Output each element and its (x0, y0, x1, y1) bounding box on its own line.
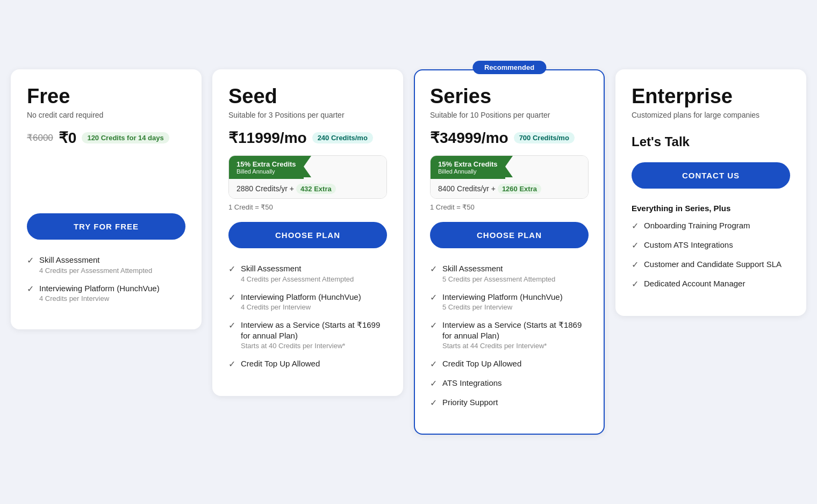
feature-item-series-3: ✓ Credit Top Up Allowed (430, 358, 589, 369)
cta-button-series[interactable]: CHOOSE PLAN (430, 222, 589, 248)
plan-subtitle-free: No credit card required (27, 111, 185, 119)
features-label-enterprise: Everything in Series, Plus (632, 204, 790, 213)
plan-card-series: RecommendedSeriesSuitable for 10 Positio… (414, 69, 605, 435)
feature-item-series-0: ✓ Skill Assessment 5 Credits per Assessm… (430, 263, 589, 283)
feature-sub-seed-2: Starts at 40 Credits per Interview* (241, 342, 387, 350)
feature-text-enterprise-3: Dedicated Account Manager (644, 278, 745, 289)
feature-item-seed-3: ✓ Credit Top Up Allowed (228, 358, 387, 369)
feature-text-series-3: Credit Top Up Allowed (442, 358, 521, 369)
feature-item-enterprise-0: ✓ Onboarding Training Program (632, 220, 790, 231)
plan-card-seed: SeedSuitable for 3 Positions per quarter… (212, 69, 403, 397)
credits-badge-series: 700 Credits/mo (514, 132, 575, 143)
feature-sub-series-1: 5 Credits per Interview (442, 303, 563, 311)
annual-box-series: 15% Extra Credits Billed Annually 8400 C… (430, 155, 589, 199)
credits-badge-free: 120 Credits for 14 days (82, 132, 169, 143)
feature-text-seed-3: Credit Top Up Allowed (241, 358, 320, 369)
pricing-grid: FreeNo credit card required₹6000₹0120 Cr… (11, 69, 806, 435)
annual-box-seed: 15% Extra Credits Billed Annually 2880 C… (228, 155, 387, 199)
check-icon-free-1: ✓ (27, 284, 34, 294)
feature-text-seed-1: Interviewing Platform (HunchVue) (241, 292, 361, 303)
feature-text-seed-0: Skill Assessment (241, 263, 354, 274)
feature-text-series-5: Priority Support (442, 397, 498, 408)
feature-text-series-4: ATS Integrations (442, 378, 502, 388)
feature-item-enterprise-2: ✓ Customer and Candidate Support SLA (632, 259, 790, 270)
plan-card-free: FreeNo credit card required₹6000₹0120 Cr… (11, 69, 202, 330)
feature-text-enterprise-1: Custom ATS Integrations (644, 240, 733, 250)
feature-text-free-1: Interviewing Platform (HunchVue) (39, 283, 160, 294)
feature-item-free-1: ✓ Interviewing Platform (HunchVue) 4 Cre… (27, 283, 185, 303)
feature-text-series-0: Skill Assessment (442, 263, 555, 274)
price-original-free: ₹6000 (27, 132, 53, 143)
check-icon-seed-0: ✓ (228, 264, 235, 274)
check-icon-series-5: ✓ (430, 398, 437, 408)
recommended-badge: Recommended (472, 61, 546, 74)
feature-item-enterprise-1: ✓ Custom ATS Integrations (632, 240, 790, 250)
plan-subtitle-seed: Suitable for 3 Positions per quarter (228, 111, 387, 119)
feature-item-series-5: ✓ Priority Support (430, 397, 589, 408)
plan-subtitle-series: Suitable for 10 Positions per quarter (430, 111, 589, 119)
feature-sub-series-0: 5 Credits per Assessment Attempted (442, 275, 555, 283)
price-main-seed: ₹11999/mo (228, 129, 307, 147)
lets-talk-enterprise: Let's Talk (632, 134, 790, 149)
feature-text-seed-2: Interview as a Service (Starts at ₹1699 … (241, 320, 387, 341)
check-icon-enterprise-1: ✓ (632, 240, 639, 250)
check-icon-series-2: ✓ (430, 320, 437, 330)
feature-text-enterprise-0: Onboarding Training Program (644, 220, 750, 231)
extra-credits-series: 1260 Extra (498, 184, 541, 194)
check-icon-series-1: ✓ (430, 292, 437, 303)
price-row-free: ₹6000₹0120 Credits for 14 days (27, 129, 185, 147)
check-icon-series-0: ✓ (430, 264, 437, 274)
check-icon-enterprise-3: ✓ (632, 279, 639, 289)
feature-item-free-0: ✓ Skill Assessment 4 Credits per Assessm… (27, 255, 185, 275)
check-icon-free-0: ✓ (27, 255, 34, 265)
check-icon-enterprise-0: ✓ (632, 221, 639, 231)
annual-banner-series: 15% Extra Credits Billed Annually (431, 156, 505, 179)
price-main-series: ₹34999/mo (430, 129, 508, 147)
feature-item-series-4: ✓ ATS Integrations (430, 378, 589, 388)
feature-item-series-2: ✓ Interview as a Service (Starts at ₹186… (430, 320, 589, 350)
feature-text-free-0: Skill Assessment (39, 255, 152, 265)
feature-text-enterprise-2: Customer and Candidate Support SLA (644, 259, 782, 270)
feature-item-seed-2: ✓ Interview as a Service (Starts at ₹169… (228, 320, 387, 350)
feature-sub-series-2: Starts at 44 Credits per Interview* (442, 342, 589, 350)
price-row-seed: ₹11999/mo240 Credits/mo (228, 129, 387, 147)
cta-button-enterprise[interactable]: CONTACT US (632, 162, 790, 189)
cta-button-free[interactable]: TRY FOR FREE (27, 213, 185, 240)
feature-sub-seed-1: 4 Credits per Interview (241, 303, 361, 311)
credit-rate-seed: 1 Credit = ₹50 (228, 203, 387, 211)
extra-credits-seed: 432 Extra (296, 184, 336, 194)
feature-item-enterprise-3: ✓ Dedicated Account Manager (632, 278, 790, 289)
plan-card-enterprise: EnterpriseCustomized plans for large com… (615, 69, 806, 316)
plan-name-free: Free (27, 85, 185, 108)
plan-name-enterprise: Enterprise (632, 85, 790, 108)
feature-text-series-2: Interview as a Service (Starts at ₹1869 … (442, 320, 589, 341)
annual-credits-series: 8400 Credits/yr + 1260 Extra (431, 179, 588, 198)
check-icon-series-3: ✓ (430, 359, 437, 369)
cta-button-seed[interactable]: CHOOSE PLAN (228, 222, 387, 248)
feature-sub-seed-0: 4 Credits per Assessment Attempted (241, 275, 354, 283)
annual-credits-seed: 2880 Credits/yr + 432 Extra (229, 179, 386, 198)
check-icon-seed-1: ✓ (228, 292, 235, 303)
credits-badge-seed: 240 Credits/mo (312, 132, 373, 143)
feature-item-seed-0: ✓ Skill Assessment 4 Credits per Assessm… (228, 263, 387, 283)
credit-rate-series: 1 Credit = ₹50 (430, 203, 589, 211)
check-icon-seed-3: ✓ (228, 359, 235, 369)
price-row-series: ₹34999/mo700 Credits/mo (430, 129, 589, 147)
price-main-free: ₹0 (59, 129, 77, 147)
plan-subtitle-enterprise: Customized plans for large companies (632, 111, 790, 119)
check-icon-series-4: ✓ (430, 378, 437, 388)
feature-item-seed-1: ✓ Interviewing Platform (HunchVue) 4 Cre… (228, 292, 387, 312)
feature-item-series-1: ✓ Interviewing Platform (HunchVue) 5 Cre… (430, 292, 589, 312)
plan-name-series: Series (430, 85, 589, 108)
check-icon-enterprise-2: ✓ (632, 260, 639, 270)
annual-banner-seed: 15% Extra Credits Billed Annually (229, 156, 304, 179)
feature-sub-free-1: 4 Credits per Interview (39, 294, 160, 303)
feature-text-series-1: Interviewing Platform (HunchVue) (442, 292, 563, 303)
feature-sub-free-0: 4 Credits per Assessment Attempted (39, 267, 152, 275)
check-icon-seed-2: ✓ (228, 320, 235, 330)
plan-name-seed: Seed (228, 85, 387, 108)
